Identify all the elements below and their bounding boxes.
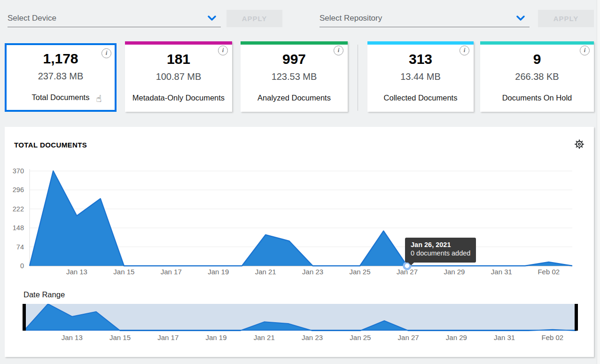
select-device-label: Select Device [8, 14, 56, 23]
svg-text:0: 0 [20, 262, 24, 270]
card-count: 1,178 [43, 51, 78, 66]
card-label: Documents On Hold [502, 93, 572, 102]
documents-dashboard: Select Device APPLY Select Repository AP… [0, 0, 600, 364]
svg-text:Jan 15: Jan 15 [113, 268, 134, 276]
date-range-brush[interactable]: Jan 13Jan 15Jan 17Jan 19Jan 21Jan 23Jan … [23, 304, 578, 347]
card-size: 237.83 MB [38, 71, 84, 82]
card-analyzed-documents[interactable]: i 997 123.53 MB Analyzed Documents [241, 41, 348, 112]
svg-text:222: 222 [13, 205, 24, 213]
card-accent-bar [241, 41, 348, 45]
card-accent-bar [367, 41, 474, 45]
svg-text:Jan 13: Jan 13 [66, 268, 87, 276]
svg-text:148: 148 [13, 224, 24, 232]
card-count: 997 [282, 51, 306, 67]
card-documents-on-hold[interactable]: i 9 266.38 KB Documents On Hold [480, 41, 594, 112]
tooltip-value: 0 documents added [411, 249, 470, 257]
card-label: Collected Documents [384, 93, 458, 102]
card-label: Metadata-Only Documents [132, 93, 225, 102]
card-accent-bar [125, 41, 232, 45]
svg-text:Jan 25: Jan 25 [350, 268, 371, 276]
panel-title: TOTAL DOCUMENTS [14, 141, 87, 149]
svg-text:Jan 29: Jan 29 [446, 333, 467, 341]
card-size: 266.38 KB [515, 71, 559, 82]
card-count: 313 [409, 51, 432, 67]
date-range-label: Date Range [23, 290, 65, 299]
repository-filter-group: Select Repository [319, 10, 530, 27]
dropdown-underline [8, 27, 221, 27]
info-icon[interactable]: i [580, 46, 590, 55]
svg-text:296: 296 [13, 186, 24, 194]
brush-right-handle[interactable] [575, 304, 578, 331]
svg-text:Feb 02: Feb 02 [542, 333, 564, 341]
card-metadata-only-documents[interactable]: i 181 100.87 MB Metadata-Only Documents [125, 41, 232, 112]
info-icon[interactable]: i [218, 46, 228, 55]
brush-left-handle[interactable] [23, 304, 26, 331]
info-icon[interactable]: i [460, 46, 469, 55]
svg-text:Jan 17: Jan 17 [157, 333, 179, 341]
card-size: 13.44 MB [400, 71, 441, 82]
select-device-dropdown[interactable]: Select Device [8, 10, 221, 27]
svg-text:Jan 23: Jan 23 [302, 333, 323, 341]
svg-text:Jan 21: Jan 21 [255, 268, 276, 276]
chevron-down-icon [208, 15, 216, 21]
svg-text:Jan 13: Jan 13 [62, 333, 83, 341]
svg-text:Jan 21: Jan 21 [254, 333, 275, 341]
svg-text:Jan 31: Jan 31 [491, 268, 512, 276]
svg-text:Feb 02: Feb 02 [538, 268, 560, 276]
card-collected-documents[interactable]: i 313 13.44 MB Collected Documents [367, 41, 474, 112]
mouse-pointer-hand-icon: ☝ [96, 93, 101, 104]
svg-text:Jan 17: Jan 17 [161, 268, 182, 276]
dropdown-underline [319, 27, 530, 27]
svg-text:370: 370 [13, 167, 24, 175]
select-repository-dropdown[interactable]: Select Repository [319, 10, 530, 27]
svg-text:74: 74 [16, 243, 24, 251]
card-size: 123.53 MB [272, 71, 317, 82]
svg-text:Jan 23: Jan 23 [302, 268, 323, 276]
svg-text:Jan 29: Jan 29 [444, 268, 465, 276]
svg-text:Jan 19: Jan 19 [208, 268, 229, 276]
info-icon[interactable]: i [334, 46, 343, 55]
tooltip-date: Jan 26, 2021 [411, 241, 470, 248]
card-divider [358, 45, 358, 111]
info-icon[interactable]: i [101, 48, 111, 58]
card-count: 181 [167, 51, 190, 67]
chart-tooltip: Jan 26, 2021 0 documents added [405, 238, 476, 263]
card-size: 100.87 MB [156, 71, 202, 82]
svg-text:Jan 19: Jan 19 [206, 333, 227, 341]
repository-apply-button[interactable]: APPLY [538, 10, 594, 27]
card-label: Total Documents☝ [32, 93, 90, 102]
card-count: 9 [533, 51, 541, 67]
device-apply-button[interactable]: APPLY [226, 10, 282, 27]
total-documents-chart[interactable]: 074148222296370Jan 13Jan 15Jan 17Jan 19J… [5, 165, 594, 283]
svg-text:Jan 27: Jan 27 [398, 333, 419, 341]
card-label: Analyzed Documents [257, 93, 331, 102]
svg-text:Jan 31: Jan 31 [494, 333, 515, 341]
card-accent-bar [480, 41, 594, 45]
settings-gear-icon[interactable] [574, 139, 585, 150]
card-total-documents[interactable]: i 1,178 237.83 MB Total Documents☝ [5, 43, 117, 112]
svg-text:Jan 25: Jan 25 [350, 333, 371, 341]
device-filter-group: Select Device [8, 10, 221, 27]
select-repository-label: Select Repository [319, 14, 382, 23]
svg-text:Jan 15: Jan 15 [109, 333, 131, 341]
chevron-down-icon [516, 15, 525, 21]
page-scrollbar[interactable] [597, 0, 600, 364]
